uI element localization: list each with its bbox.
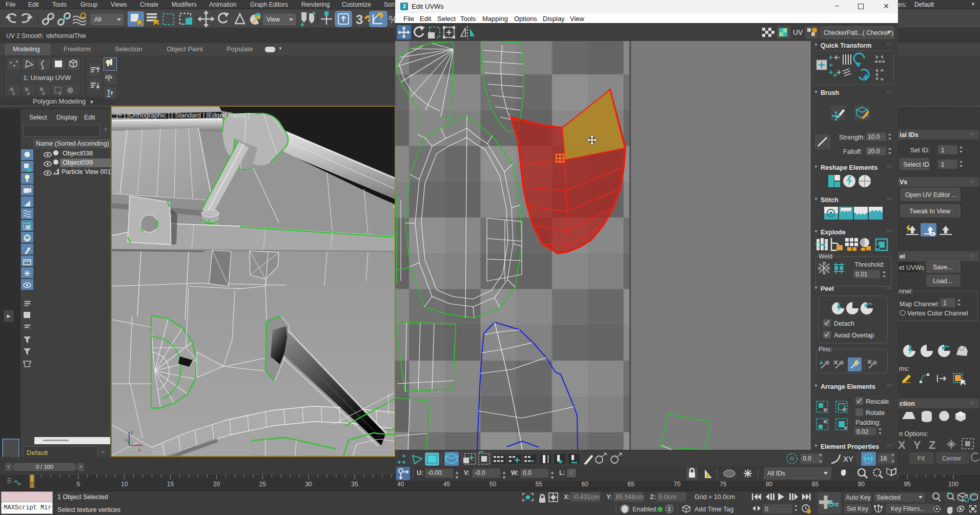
svg-text:Quick Transform: Quick Transform	[821, 42, 871, 49]
svg-text:Strength:: Strength:	[839, 134, 865, 141]
svg-text:Y: Y	[913, 439, 921, 451]
svg-text:1: 1	[668, 506, 671, 512]
svg-text:Key Filters...: Key Filters...	[891, 505, 925, 512]
svg-text:Element Properties: Element Properties	[821, 443, 879, 450]
svg-text:85.548cm: 85.548cm	[616, 493, 644, 501]
svg-text:ial IDs: ial IDs	[900, 131, 918, 138]
svg-text:20: 20	[213, 481, 220, 488]
svg-text:100: 100	[948, 481, 958, 488]
svg-text:25: 25	[259, 481, 267, 488]
svg-text:1: 1	[943, 300, 947, 307]
svg-text:Fit: Fit	[917, 455, 925, 462]
svg-text:Vs: Vs	[900, 179, 907, 186]
svg-text:Tweak In View: Tweak In View	[909, 208, 951, 215]
svg-text:10: 10	[121, 481, 128, 488]
svg-text:60: 60	[582, 481, 589, 488]
svg-text:20.0: 20.0	[868, 148, 880, 155]
svg-text:0.0: 0.0	[803, 455, 811, 462]
svg-text:Z: Z	[929, 439, 935, 451]
svg-text:Center: Center	[942, 455, 962, 462]
svg-text:Avoid Overlap: Avoid Overlap	[834, 332, 874, 339]
svg-text:1: 1	[941, 147, 945, 154]
svg-text:z: z	[131, 430, 133, 435]
svg-text:Add Time Tag: Add Time Tag	[695, 506, 733, 513]
svg-text:ction: ction	[900, 400, 915, 407]
svg-text:15: 15	[167, 481, 174, 488]
svg-text:Open UV Editor ...: Open UV Editor ...	[905, 191, 957, 199]
svg-text:X: X	[898, 439, 906, 451]
svg-text:Pins:: Pins:	[819, 346, 832, 353]
svg-text:n Options:: n Options:	[899, 430, 928, 438]
svg-text:5: 5	[76, 481, 80, 488]
svg-text:0.02: 0.02	[856, 428, 869, 435]
svg-text:3: 3	[356, 12, 363, 27]
svg-text:Falloff:: Falloff:	[843, 148, 862, 155]
svg-text:UV: UV	[793, 28, 803, 36]
svg-text:35: 35	[351, 481, 358, 488]
svg-text:Select ID: Select ID	[903, 161, 929, 168]
svg-text:Explode: Explode	[821, 229, 846, 236]
svg-text:Weld: Weld	[819, 253, 832, 260]
svg-text:All: All	[94, 16, 101, 23]
svg-text:40: 40	[397, 481, 404, 488]
svg-text:ms:: ms:	[899, 365, 909, 372]
svg-text:All IDs: All IDs	[767, 470, 785, 477]
svg-text:75: 75	[720, 481, 727, 488]
svg-text:Map Channel:: Map Channel:	[900, 301, 940, 308]
svg-text:-0.431cm: -0.431cm	[573, 493, 599, 501]
svg-text:0: 0	[30, 481, 34, 488]
svg-text:10.0: 10.0	[868, 133, 880, 141]
svg-text:Y:: Y:	[606, 493, 612, 501]
svg-text:x: x	[138, 447, 141, 452]
svg-text:Threshold:: Threshold:	[854, 261, 885, 268]
svg-text:Enabled:: Enabled:	[632, 506, 658, 513]
svg-text:y: y	[124, 437, 127, 442]
svg-text:45: 45	[443, 481, 451, 488]
svg-text:1: 1	[941, 161, 945, 168]
svg-text:Set Key: Set Key	[847, 505, 868, 512]
svg-text:0.01: 0.01	[855, 271, 868, 278]
svg-text:Arrange Elements: Arrange Elements	[821, 383, 875, 390]
svg-text:XY: XY	[843, 454, 853, 463]
svg-text:X:: X:	[564, 493, 570, 501]
svg-text:[+ ] [Orthographic ] [ Standar: [+ ] [Orthographic ] [ Standard ] [Edged…	[116, 112, 250, 119]
svg-text:Reshape Elements: Reshape Elements	[821, 164, 877, 171]
svg-text:0: 0	[765, 506, 768, 513]
svg-text:50: 50	[489, 481, 497, 488]
svg-text:Grid = 10.0cm: Grid = 10.0cm	[695, 493, 735, 501]
svg-text:30: 30	[305, 481, 312, 488]
svg-text:80: 80	[766, 481, 773, 488]
svg-text:Detach: Detach	[834, 320, 854, 327]
svg-text:55: 55	[536, 481, 543, 488]
svg-text:Rescale: Rescale	[866, 398, 889, 405]
svg-text:16: 16	[880, 455, 887, 462]
svg-text:65: 65	[627, 481, 635, 488]
svg-text:Vertex Color Channel: Vertex Color Channel	[907, 310, 968, 317]
svg-text:View: View	[267, 16, 280, 23]
svg-text:nnel:: nnel:	[899, 288, 913, 295]
svg-text:Set ID:: Set ID:	[910, 147, 930, 154]
svg-text:85: 85	[812, 481, 819, 488]
svg-text:90: 90	[858, 481, 865, 488]
svg-text:Selected: Selected	[876, 494, 901, 501]
svg-text:Brush: Brush	[821, 89, 839, 96]
svg-text:Padding:: Padding:	[855, 419, 881, 426]
svg-text:Z:: Z:	[650, 493, 656, 501]
svg-text:Load...: Load...	[933, 278, 952, 285]
svg-text:el: el	[900, 253, 905, 260]
svg-text:et UVWs: et UVWs	[899, 264, 924, 271]
svg-text:95: 95	[904, 481, 911, 488]
svg-text:70: 70	[673, 481, 681, 488]
svg-text:0.0cm: 0.0cm	[659, 493, 676, 501]
svg-text:Rotate: Rotate	[866, 409, 885, 417]
svg-text:Stitch: Stitch	[821, 196, 839, 204]
svg-text:Auto Key: Auto Key	[846, 494, 871, 501]
svg-text:CheckerPatt...( Checker ): CheckerPatt...( Checker )	[824, 29, 893, 36]
svg-text:Save...: Save...	[933, 264, 953, 271]
